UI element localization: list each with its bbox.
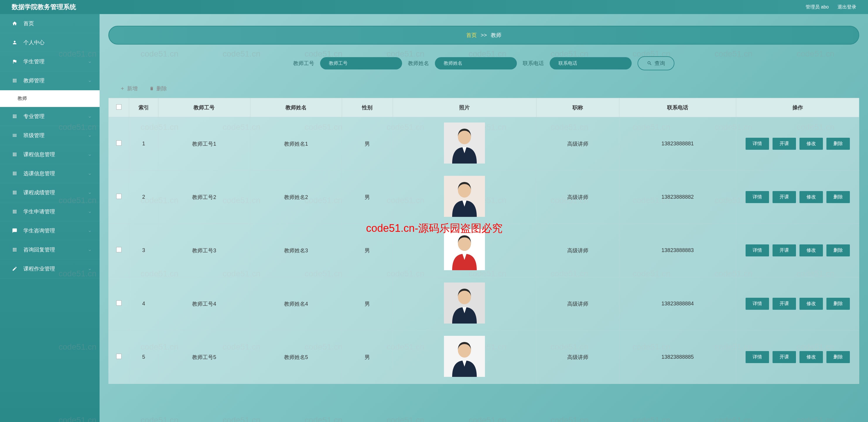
search-icon: [647, 61, 652, 66]
th-title: 职称: [536, 98, 619, 117]
list-icon: [12, 133, 18, 138]
cell-gender: 男: [342, 277, 393, 331]
open-button[interactable]: 开课: [773, 351, 796, 363]
cell-photo: [393, 117, 536, 171]
detail-button[interactable]: 详情: [746, 138, 769, 150]
toolbar: 新增 删除: [108, 79, 859, 98]
sidebar: 首页个人中心学生管理⌵教师管理⌵教师专业管理⌵班级管理⌵课程信息管理⌵选课信息管…: [0, 14, 99, 422]
detail-button[interactable]: 详情: [746, 351, 769, 363]
edit-button[interactable]: 修改: [800, 351, 823, 363]
cell-photo: [393, 277, 536, 331]
chevron-down-icon: ⌵: [89, 248, 91, 252]
table-row: 2教师工号2教师姓名2男高级讲师13823888882详情开课修改删除: [108, 171, 859, 224]
detail-button[interactable]: 详情: [746, 298, 769, 310]
home-icon: [12, 21, 18, 26]
search-phone-input[interactable]: [550, 57, 632, 69]
sidebar-item-label: 个人中心: [24, 39, 44, 46]
cell-name: 教师姓名4: [250, 277, 342, 331]
submenu-item[interactable]: 教师: [0, 90, 99, 107]
grid-icon: [12, 78, 18, 84]
row-checkbox[interactable]: [116, 247, 122, 252]
edit-button[interactable]: 修改: [800, 298, 823, 310]
chevron-down-icon: ⌵: [89, 114, 91, 118]
add-label: 新增: [127, 85, 137, 92]
del-button[interactable]: 删除: [827, 298, 850, 310]
cell-phone: 13823888882: [619, 171, 736, 224]
cell-name: 教师姓名5: [250, 331, 342, 384]
chevron-down-icon: ⌵: [89, 152, 91, 157]
add-button[interactable]: 新增: [120, 85, 137, 92]
op-buttons: 详情开课修改删除: [739, 245, 856, 256]
chevron-down-icon: ⌵: [89, 267, 91, 271]
sidebar-item-label: 课程信息管理: [24, 151, 55, 158]
chevron-down-icon: ⌵: [89, 59, 91, 64]
search-name-input[interactable]: [435, 57, 517, 69]
open-button[interactable]: 开课: [773, 298, 796, 310]
sidebar-item-label: 学生咨询管理: [24, 227, 55, 234]
breadcrumb-sep: >>: [480, 32, 487, 38]
cell-phone: 13823888884: [619, 277, 736, 331]
del-button[interactable]: 删除: [827, 351, 850, 363]
sidebar-item-label: 专业管理: [24, 113, 44, 120]
select-all-checkbox[interactable]: [116, 104, 122, 110]
sidebar-item-label: 班级管理: [24, 132, 44, 139]
app-title: 数据学院教务管理系统: [12, 3, 76, 11]
sidebar-item-8[interactable]: 课程成绩管理⌵: [0, 183, 99, 202]
grid-icon: [12, 151, 18, 158]
edit-button[interactable]: 修改: [800, 138, 823, 150]
breadcrumb-home[interactable]: 首页: [466, 32, 477, 38]
th-index: 索引: [129, 98, 158, 117]
chevron-down-icon: ⌵: [89, 133, 91, 137]
table-row: 1教师工号1教师姓名1男高级讲师13823888881详情开课修改删除: [108, 117, 859, 171]
cell-name: 教师姓名2: [250, 171, 342, 224]
delete-button[interactable]: 删除: [149, 85, 167, 92]
del-button[interactable]: 删除: [827, 245, 850, 256]
row-checkbox[interactable]: [116, 140, 122, 146]
teacher-photo: [444, 229, 485, 270]
sidebar-item-7[interactable]: 选课信息管理⌵: [0, 164, 99, 183]
cell-gender: 男: [342, 117, 393, 171]
sidebar-item-label: 教师管理: [24, 77, 44, 84]
detail-button[interactable]: 详情: [746, 191, 769, 203]
sidebar-item-6[interactable]: 课程信息管理⌵: [0, 145, 99, 164]
sidebar-item-9[interactable]: 学生申请管理⌵: [0, 202, 99, 221]
open-button[interactable]: 开课: [773, 191, 796, 203]
chevron-down-icon: ⌵: [89, 171, 91, 175]
table-row: 3教师工号3教师姓名3男高级讲师13823888883详情开课修改删除: [108, 224, 859, 277]
sidebar-item-11[interactable]: 咨询回复管理⌵: [0, 240, 99, 259]
open-button[interactable]: 开课: [773, 245, 796, 256]
cell-title: 高级讲师: [536, 171, 619, 224]
open-button[interactable]: 开课: [773, 138, 796, 150]
th-photo: 照片: [393, 98, 536, 117]
sidebar-item-1[interactable]: 个人中心: [0, 33, 99, 52]
sidebar-item-label: 课程作业管理: [24, 265, 55, 272]
teacher-photo: [444, 122, 485, 164]
detail-button[interactable]: 详情: [746, 245, 769, 256]
sidebar-item-0[interactable]: 首页: [0, 14, 99, 33]
edit-button[interactable]: 修改: [800, 191, 823, 203]
edit-button[interactable]: 修改: [800, 245, 823, 256]
sidebar-item-12[interactable]: 课程作业管理⌵: [0, 259, 99, 278]
search-id-input[interactable]: [320, 57, 402, 69]
logout-button[interactable]: 退出登录: [838, 4, 856, 10]
sidebar-item-5[interactable]: 班级管理⌵: [0, 126, 99, 145]
sidebar-item-2[interactable]: 学生管理⌵: [0, 52, 99, 71]
row-checkbox[interactable]: [116, 300, 122, 306]
sidebar-item-3[interactable]: 教师管理⌵: [0, 71, 99, 90]
cell-index: 2: [129, 171, 158, 224]
chevron-down-icon: ⌵: [89, 229, 91, 233]
sidebar-item-label: 学生申请管理: [24, 208, 55, 215]
table-row: 5教师工号5教师姓名5男高级讲师13823888885详情开课修改删除: [108, 331, 859, 384]
cell-phone: 13823888883: [619, 224, 736, 277]
row-checkbox[interactable]: [116, 354, 122, 359]
sidebar-item-10[interactable]: 学生咨询管理⌵: [0, 221, 99, 240]
op-buttons: 详情开课修改删除: [739, 138, 856, 150]
sidebar-item-4[interactable]: 专业管理⌵: [0, 107, 99, 126]
row-checkbox[interactable]: [116, 194, 122, 199]
cell-title: 高级讲师: [536, 117, 619, 171]
admin-label[interactable]: 管理员 abo: [806, 4, 829, 10]
del-button[interactable]: 删除: [827, 191, 850, 203]
del-button[interactable]: 删除: [827, 138, 850, 150]
op-buttons: 详情开课修改删除: [739, 298, 856, 310]
search-button[interactable]: 查询: [638, 56, 675, 70]
